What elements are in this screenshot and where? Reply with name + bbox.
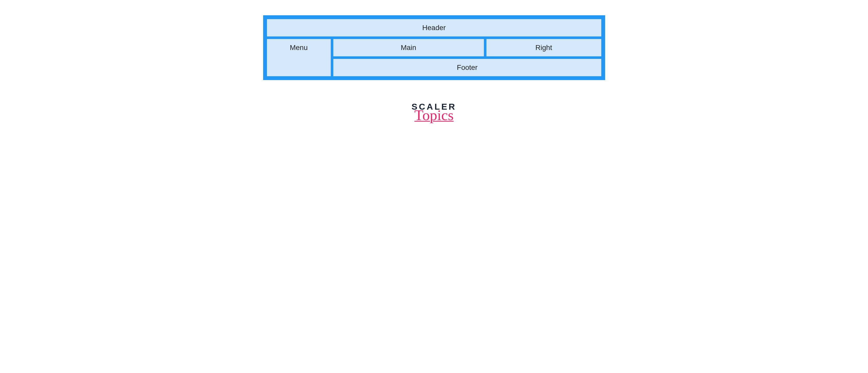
logo-topics-text: Topics (414, 107, 454, 124)
grid-menu-label: Menu (290, 44, 308, 52)
grid-main-cell: Main (332, 38, 485, 58)
grid-header-label: Header (423, 24, 446, 32)
grid-footer-label: Footer (457, 64, 477, 72)
grid-right-cell: Right (485, 38, 602, 58)
grid-layout-diagram: Header Menu Main Right Footer (263, 15, 605, 80)
grid-footer-cell: Footer (332, 58, 602, 77)
grid-right-label: Right (535, 44, 552, 52)
grid-main-label: Main (401, 44, 416, 52)
grid-menu-cell: Menu (266, 38, 332, 77)
scaler-topics-logo: SCALER Topics (412, 102, 457, 124)
grid-header-cell: Header (266, 18, 602, 38)
